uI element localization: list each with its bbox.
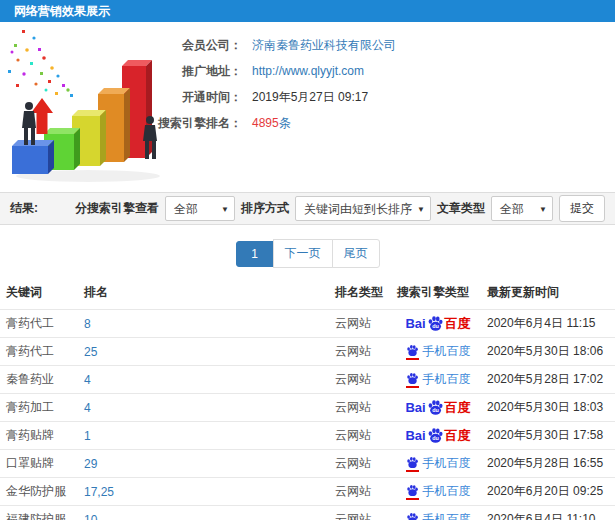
rank-type-cell: 云网站 xyxy=(331,478,393,506)
rank-link[interactable]: 29 xyxy=(84,457,97,471)
keyword-cell: 膏药贴牌 xyxy=(0,422,80,450)
article-type-select-value: 全部 xyxy=(500,202,524,216)
engine-type-cell: 手机百度 xyxy=(393,478,483,506)
submit-button[interactable]: 提交 xyxy=(559,195,605,222)
rank-count-label: 搜索引擎排名： xyxy=(132,110,242,136)
rank-cell: 25 xyxy=(80,338,331,366)
baidu-paw-icon xyxy=(406,456,419,469)
rank-type-cell: 云网站 xyxy=(331,394,393,422)
rank-type-cell: 云网站 xyxy=(331,506,393,520)
keyword-cell: 金华防护服 xyxy=(0,478,80,506)
page-title: 网络营销效果展示 xyxy=(14,4,110,18)
open-time-value: 2019年5月27日 09:17 xyxy=(252,84,368,110)
engine-filter-label: 分搜索引擎查看 xyxy=(75,200,159,217)
rank-link[interactable]: 4 xyxy=(84,373,91,387)
paw-underline xyxy=(406,386,419,388)
header-updated: 最新更新时间 xyxy=(483,278,615,310)
open-time-label: 开通时间： xyxy=(132,84,242,110)
updated-time-cell: 2020年6月4日 11:10 xyxy=(483,506,615,520)
rank-cell: 4 xyxy=(80,366,331,394)
baidu-pc-logo: Baidu百度 xyxy=(405,427,470,445)
paw-underline xyxy=(406,498,419,500)
rank-count-value: 4895 xyxy=(252,116,279,130)
updated-time-cell: 2020年6月4日 11:15 xyxy=(483,310,615,338)
table-row: 金华防护服17,25云网站手机百度2020年6月20日 09:25 xyxy=(0,478,615,506)
engine-type-cell: 手机百度 xyxy=(393,450,483,478)
baidu-mobile-logo: 手机百度 xyxy=(406,343,471,360)
info-row-open-time: 开通时间： 2019年5月27日 09:17 xyxy=(132,84,602,110)
rank-cell: 8 xyxy=(80,310,331,338)
engine-select[interactable]: 全部 ▼ xyxy=(165,196,235,221)
baidu-mobile-logo: 手机百度 xyxy=(406,455,471,472)
sort-select-value: 关键词由短到长排序 xyxy=(304,202,412,216)
chevron-down-icon: ▼ xyxy=(417,197,425,222)
rank-link[interactable]: 8 xyxy=(84,317,91,331)
baidu-paw-icon: du xyxy=(427,399,444,416)
updated-time-cell: 2020年6月20日 09:25 xyxy=(483,478,615,506)
header-rank-type: 排名类型 xyxy=(331,278,393,310)
rank-count-suffix: 条 xyxy=(279,116,291,130)
bar-blue xyxy=(12,140,54,174)
chevron-down-icon: ▼ xyxy=(221,197,229,222)
baidu-mobile-logo: 手机百度 xyxy=(406,483,471,500)
svg-text:du: du xyxy=(432,435,439,441)
rank-link[interactable]: 10 xyxy=(84,513,97,520)
businessman-left xyxy=(22,102,36,145)
page-1-button[interactable]: 1 xyxy=(236,241,274,267)
baidu-paw-icon xyxy=(406,344,419,357)
page-header: 网络营销效果展示 xyxy=(0,0,615,22)
baidu-paw-icon: du xyxy=(427,315,444,332)
info-section: 会员公司： 济南秦鲁药业科技有限公司 推广地址： http://www.qlyy… xyxy=(0,22,615,192)
keyword-rank-table: 关键词 排名 排名类型 搜索引擎类型 最新更新时间 膏药代工8云网站Baidu百… xyxy=(0,278,615,520)
result-label: 结果: xyxy=(10,200,38,217)
company-label: 会员公司： xyxy=(132,32,242,58)
promo-url-link[interactable]: http://www.qlyyjt.com xyxy=(252,58,364,84)
baidu-paw-icon xyxy=(406,372,419,385)
table-header-row: 关键词 排名 排名类型 搜索引擎类型 最新更新时间 xyxy=(0,278,615,310)
table-row: 福建防护服10云网站手机百度2020年6月4日 11:10 xyxy=(0,506,615,520)
keyword-cell: 膏药代工 xyxy=(0,310,80,338)
sort-select[interactable]: 关键词由短到长排序 ▼ xyxy=(295,196,431,221)
engine-type-cell: 手机百度 xyxy=(393,366,483,394)
confetti-dots xyxy=(8,30,73,97)
company-name-link[interactable]: 济南秦鲁药业科技有限公司 xyxy=(252,32,396,58)
keyword-cell: 福建防护服 xyxy=(0,506,80,520)
rank-cell: 4 xyxy=(80,394,331,422)
info-row-rank-count: 搜索引擎排名： 4895条 xyxy=(132,110,602,136)
rank-cell: 1 xyxy=(80,422,331,450)
baidu-paw-icon: du xyxy=(427,427,444,444)
paw-underline xyxy=(406,470,419,472)
article-type-select[interactable]: 全部 ▼ xyxy=(491,196,553,221)
updated-time-cell: 2020年5月30日 18:03 xyxy=(483,394,615,422)
baidu-pc-logo: Baidu百度 xyxy=(405,399,470,417)
baidu-paw-icon xyxy=(406,512,419,520)
last-page-button[interactable]: 尾页 xyxy=(332,239,380,268)
rank-cell: 29 xyxy=(80,450,331,478)
keyword-cell: 秦鲁药业 xyxy=(0,366,80,394)
updated-time-cell: 2020年5月28日 17:02 xyxy=(483,366,615,394)
rank-type-cell: 云网站 xyxy=(331,366,393,394)
chevron-down-icon: ▼ xyxy=(539,197,547,222)
rank-cell: 17,25 xyxy=(80,478,331,506)
rank-link[interactable]: 1 xyxy=(84,429,91,443)
svg-text:du: du xyxy=(432,323,439,329)
table-body: 膏药代工8云网站Baidu百度2020年6月4日 11:15膏药代工25云网站手… xyxy=(0,310,615,520)
next-page-button[interactable]: 下一页 xyxy=(273,239,333,268)
rank-type-cell: 云网站 xyxy=(331,422,393,450)
engine-type-cell: 手机百度 xyxy=(393,506,483,520)
info-row-company: 会员公司： 济南秦鲁药业科技有限公司 xyxy=(132,32,602,58)
rank-type-cell: 云网站 xyxy=(331,338,393,366)
rank-link[interactable]: 17,25 xyxy=(84,485,114,499)
engine-type-cell: 手机百度 xyxy=(393,338,483,366)
table-row: 膏药加工4云网站Baidu百度2020年5月30日 18:03 xyxy=(0,394,615,422)
rank-link[interactable]: 25 xyxy=(84,345,97,359)
table-row: 膏药代工8云网站Baidu百度2020年6月4日 11:15 xyxy=(0,310,615,338)
table-row: 膏药代工25云网站手机百度2020年5月30日 18:06 xyxy=(0,338,615,366)
keyword-cell: 膏药代工 xyxy=(0,338,80,366)
header-engine-type: 搜索引擎类型 xyxy=(393,278,483,310)
header-rank: 排名 xyxy=(80,278,331,310)
rank-link[interactable]: 4 xyxy=(84,401,91,415)
engine-type-cell: Baidu百度 xyxy=(393,394,483,422)
rank-type-cell: 云网站 xyxy=(331,310,393,338)
svg-text:du: du xyxy=(432,407,439,413)
